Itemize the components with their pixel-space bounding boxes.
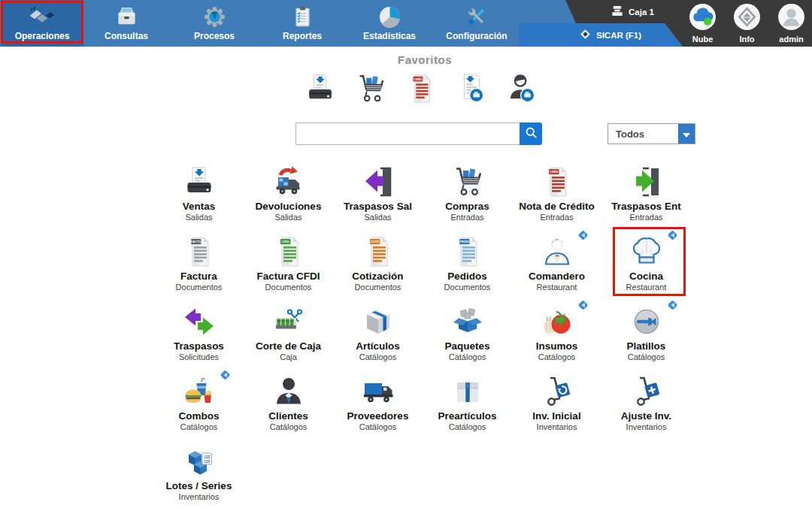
lots-series-icon: 123123 (154, 442, 244, 478)
nube-button[interactable]: Nube (680, 3, 725, 44)
grid-item-lotes-series[interactable]: 123123Lotes / SeriesInventarios (154, 442, 244, 512)
sicar-window-button[interactable]: SICAR (F1) (519, 23, 683, 47)
info-button[interactable]: Info (725, 3, 769, 44)
grid-item-cotizacion[interactable]: COTIZCotizaciónDocumentos (333, 232, 423, 302)
prearticle-box-icon (423, 372, 512, 408)
grid-item-paquetes[interactable]: PaquetesCatálogos (423, 302, 512, 372)
printer-sale-icon (154, 162, 244, 198)
grid-item-combos[interactable]: CombosCatálogos (154, 372, 244, 442)
sicar-window-label: SICAR (F1) (596, 31, 641, 40)
search-button[interactable] (520, 122, 542, 145)
cloud-sync-badge-icon (577, 299, 589, 311)
grid-item-traspasos-sal[interactable]: Traspasos SalSalidas (333, 162, 423, 232)
grid-item-title: Devoluciones (244, 201, 333, 212)
door-in-icon (601, 162, 691, 198)
nav-item-estadisticas[interactable]: Estadísticas (348, 0, 431, 47)
grid-item-prearticulos[interactable]: PreartículosCatálogos (423, 372, 512, 442)
grid-item-ajuste-inv[interactable]: Ajuste Inv.Inventarios (601, 372, 691, 442)
top-navigation-bar: OperacionesConsultasProcesosReportesEsta… (0, 0, 812, 47)
favorite-venta-documento-shortcut[interactable] (456, 73, 486, 107)
grid-item-title: Corte de Caja (244, 340, 333, 352)
grid-item-pedidos[interactable]: PEDIDPedidosDocumentos (423, 232, 512, 302)
transfer-arrows-icon (154, 302, 244, 338)
svg-text:COTIZ: COTIZ (370, 240, 380, 243)
grid-item-category: Documentos (333, 283, 423, 292)
diamond-icon (580, 29, 591, 41)
grid-item-title: Ventas (154, 201, 244, 212)
admin-button[interactable]: admin (769, 3, 812, 44)
customer-icon (244, 372, 333, 408)
grid-item-articulos[interactable]: ArtículosCatálogos (333, 302, 423, 372)
grid-item-factura[interactable]: FACTUFacturaDocumentos (154, 232, 244, 302)
grid-item-clientes[interactable]: ClientesCatálogos (244, 372, 333, 442)
svg-text:CFDI: CFDI (282, 240, 289, 243)
grid-item-category: Entradas (512, 213, 601, 222)
grid-item-traspasos-ent[interactable]: Traspasos EntEntradas (601, 162, 691, 232)
supplier-truck-icon (333, 372, 423, 408)
grid-item-comandero[interactable]: ComanderoRestaurant (512, 232, 601, 302)
svg-text:123: 123 (204, 460, 210, 464)
credit-note-doc-icon: CRÉD (512, 162, 601, 198)
nav-item-label: Operaciones (15, 31, 70, 41)
grid-item-platillos[interactable]: PlatillosCatálogos (601, 302, 691, 372)
nav-item-label: Configuración (446, 31, 507, 41)
grid-item-title: Paquetes (423, 340, 512, 352)
svg-text:123: 123 (204, 455, 210, 459)
cash-station-indicator[interactable]: Caja 1 (583, 5, 681, 18)
nav-item-label: Consultas (105, 31, 148, 41)
grid-item-category: Catálogos (244, 422, 333, 431)
grid-item-proveedores[interactable]: ProveedoresCatálogos (333, 372, 423, 442)
cash-register-icon (611, 5, 624, 18)
favorite-nota-credito-shortcut[interactable]: CRÉD (406, 73, 436, 107)
svg-text:FACTU: FACTU (191, 240, 201, 243)
grid-item-title: Lotes / Series (154, 480, 244, 491)
grid-item-traspasos[interactable]: TraspasosSolicitudes (154, 302, 244, 372)
nav-item-procesos[interactable]: Procesos (173, 0, 256, 47)
favorite-cliente-shortcut[interactable] (507, 73, 537, 107)
dropdown-arrow-button[interactable] (678, 124, 695, 144)
grid-item-ventas[interactable]: VentasSalidas (154, 162, 244, 232)
grid-item-compras[interactable]: ComprasEntradas (423, 162, 512, 232)
category-filter-dropdown[interactable]: Todos (607, 123, 695, 144)
pie-chart-icon (378, 4, 401, 29)
grid-item-title: Compras (423, 201, 512, 212)
user-avatar-icon (777, 3, 805, 34)
grid-item-category: Catálogos (423, 422, 512, 431)
sale-document-badge-icon (456, 72, 487, 108)
grid-item-title: Comandero (512, 271, 601, 282)
grid-item-title: Insumos (512, 340, 601, 352)
inventory-init-icon (512, 372, 601, 408)
inventory-adjust-icon (601, 372, 691, 408)
category-filter-value: Todos (608, 128, 678, 140)
grid-item-factura-cfdi[interactable]: CFDIFactura CFDIDocumentos (244, 232, 333, 302)
button-label: admin (779, 35, 803, 44)
favorite-ventas-shortcut[interactable] (305, 73, 335, 107)
printer-sale-icon (304, 72, 336, 108)
grid-item-devoluciones[interactable]: DevolucionesSalidas (244, 162, 333, 232)
nav-item-operaciones[interactable]: Operaciones (1, 0, 83, 47)
grid-item-inv-inicial[interactable]: Inv. InicialInventarios (512, 372, 601, 442)
cloud-sync-badge-icon (667, 229, 678, 241)
invoice-doc-icon: FACTU (154, 232, 244, 268)
chevron-down-icon (683, 127, 690, 141)
favorite-compras-shortcut[interactable] (356, 73, 386, 107)
search-input[interactable] (295, 122, 520, 145)
package-open-icon (423, 302, 512, 338)
grid-item-insumos[interactable]: InsumosCatálogos (512, 302, 601, 372)
grid-item-cocina[interactable]: CocinaRestaurant (601, 232, 691, 302)
cash-station-label: Caja 1 (629, 8, 654, 17)
operations-grid: VentasSalidasDevolucionesSalidasTraspaso… (154, 162, 691, 512)
nav-item-configuracion[interactable]: Configuración (435, 0, 518, 47)
search-icon (525, 126, 538, 141)
cfdi-doc-icon: CFDI (244, 232, 333, 268)
grid-item-category: Inventarios (601, 422, 691, 431)
credit-note-doc-icon: CRÉD (405, 72, 437, 108)
grid-item-nota-de-credito[interactable]: CRÉDNota de CréditoEntradas (512, 162, 601, 232)
nav-item-consultas[interactable]: Consultas (85, 0, 168, 47)
button-label: Nube (692, 35, 714, 44)
grid-item-title: Traspasos Ent (601, 201, 691, 212)
grid-item-title: Combos (154, 410, 244, 422)
nav-item-reportes[interactable]: Reportes (261, 0, 344, 47)
nav-item-label: Estadísticas (363, 31, 416, 41)
grid-item-corte-de-caja[interactable]: Corte de CajaCaja (244, 302, 333, 372)
